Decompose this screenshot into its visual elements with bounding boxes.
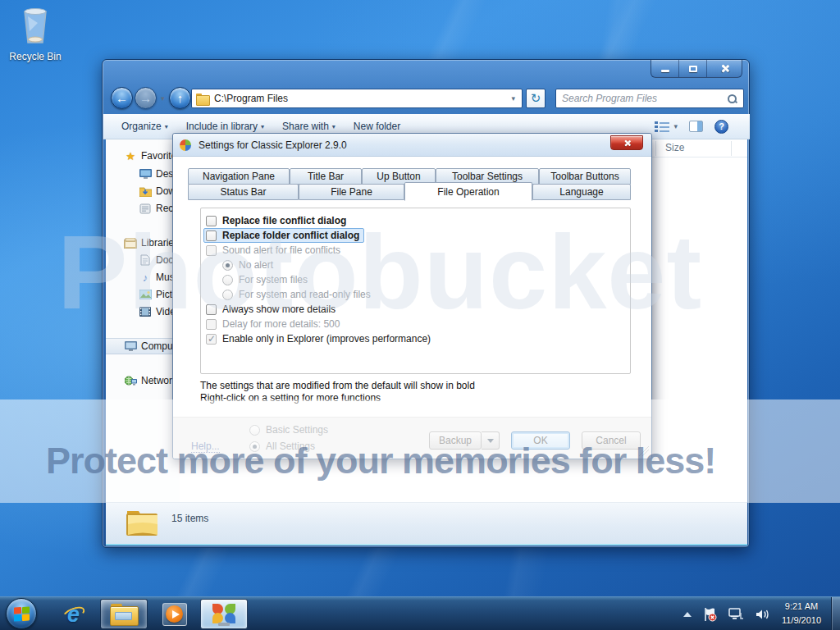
recycle-bin-label: Recycle Bin (7, 51, 64, 62)
tab-title-bar[interactable]: Title Bar (290, 168, 362, 185)
sidebar-item-videos[interactable]: Videos (106, 304, 180, 320)
minimize-button[interactable] (651, 60, 679, 77)
resize-grip[interactable] (639, 446, 649, 456)
address-dropdown-chevron[interactable]: ▾ (511, 94, 515, 103)
music-icon: ♪ (139, 271, 152, 284)
sidebar-item-music[interactable]: ♪ Music (106, 269, 180, 285)
sidebar-item-downloads[interactable]: Downloads (106, 183, 180, 199)
address-bar[interactable]: C:\Program Files ▾ (191, 89, 523, 108)
action-center-icon[interactable] (702, 607, 717, 622)
taskbar-internet-explorer[interactable]: e (56, 599, 92, 629)
tab-status-bar[interactable]: Status Bar (188, 184, 299, 200)
search-input[interactable] (562, 93, 728, 104)
checkbox-checked[interactable] (206, 334, 217, 345)
sidebar-item-libraries[interactable]: Libraries (106, 235, 180, 251)
setting-label: Enable only in Explorer (improves perfor… (222, 333, 431, 345)
views-button[interactable]: ▾ (655, 121, 678, 132)
sidebar-item-pictures[interactable]: Pictures (106, 286, 180, 303)
help-button[interactable]: ? (714, 120, 728, 134)
network-icon (124, 374, 137, 387)
dialog-note-1: The settings that are modified from the … (200, 380, 475, 391)
tab-language[interactable]: Language (532, 184, 631, 200)
backup-button[interactable]: Backup (429, 431, 482, 450)
refresh-icon: ↻ (531, 91, 541, 106)
new-folder-button[interactable]: New folder (354, 121, 400, 132)
network-tray-icon[interactable] (728, 608, 744, 621)
close-button[interactable] (707, 60, 742, 77)
backup-dropdown-button[interactable] (482, 431, 500, 450)
include-label: Include in library (186, 121, 258, 132)
tab-file-operation[interactable]: File Operation (404, 182, 532, 201)
up-button[interactable]: ↑ (169, 87, 191, 109)
history-dropdown-chevron[interactable]: ▾ (161, 94, 165, 103)
include-in-library-menu[interactable]: Include in library ▾ (186, 121, 264, 132)
radio-selected[interactable] (249, 441, 260, 452)
column-separator[interactable] (731, 141, 732, 156)
help-link[interactable]: Help... (191, 441, 220, 453)
setting-no-alert[interactable]: No alert (222, 258, 273, 272)
sidebar-item-recent-places[interactable]: Recent Places (106, 200, 180, 217)
taskbar-windows-explorer[interactable] (100, 599, 148, 629)
ok-button[interactable]: OK (511, 431, 570, 450)
forward-button[interactable]: → (135, 87, 157, 109)
chevron-down-icon: ▾ (165, 123, 168, 130)
refresh-button[interactable]: ↻ (526, 89, 546, 108)
share-with-menu[interactable]: Share with ▾ (282, 121, 336, 132)
system-tray (683, 597, 771, 630)
show-desktop-button[interactable] (831, 597, 840, 630)
sidebar-item-documents[interactable]: Documents (106, 252, 180, 268)
setting-replace-folder-conflict[interactable]: Replace folder conflict dialog (206, 228, 364, 243)
chevron-down-icon: ▾ (332, 123, 336, 130)
back-button[interactable]: ← (111, 87, 133, 109)
column-separator[interactable] (655, 141, 656, 156)
recycle-bin[interactable]: Recycle Bin (7, 7, 64, 62)
search-icon[interactable] (728, 94, 737, 103)
setting-sound-alert[interactable]: Sound alert for file conflicts (206, 243, 340, 258)
column-size[interactable]: Size (665, 142, 684, 153)
classic-shell-icon (212, 603, 236, 626)
address-folder-icon (196, 94, 209, 104)
search-box (555, 89, 744, 108)
sidebar-item-favorites[interactable]: ★ Favorites (106, 148, 180, 164)
setting-delay-details[interactable]: Delay for more details: 500 (206, 317, 340, 331)
taskbar-classic-shell[interactable] (200, 599, 248, 629)
start-button[interactable] (6, 598, 37, 629)
setting-always-show-details[interactable]: Always show more details (206, 302, 336, 317)
checkbox-unchecked[interactable] (206, 216, 217, 226)
checkbox-disabled (206, 319, 217, 330)
checkbox-unchecked[interactable] (206, 304, 217, 315)
sidebar-item-desktop[interactable]: Desktop (106, 166, 180, 182)
setting-for-system-files[interactable]: For system files (222, 272, 308, 287)
focused-setting[interactable]: Replace folder conflict dialog (203, 228, 364, 243)
settings-dialog: Settings for Classic Explorer 2.9.0 Navi… (172, 133, 652, 459)
taskbar-media-player[interactable] (156, 599, 194, 629)
window-caption-buttons (651, 60, 742, 78)
checkbox-unchecked[interactable] (206, 231, 217, 241)
cancel-label: Cancel (596, 435, 626, 446)
show-hidden-icons-chevron[interactable] (683, 612, 692, 617)
classic-shell-icon (179, 139, 192, 152)
tab-file-pane[interactable]: File Pane (299, 184, 404, 200)
dialog-close-button[interactable] (610, 135, 643, 150)
dialog-titlebar[interactable]: Settings for Classic Explorer 2.9.0 (173, 134, 651, 157)
preview-pane-button[interactable] (689, 121, 703, 132)
cancel-button[interactable]: Cancel (582, 431, 641, 450)
setting-label: Delay for more details: 500 (222, 318, 340, 330)
setting-enable-only-explorer[interactable]: Enable only in Explorer (improves perfor… (206, 331, 431, 346)
maximize-button[interactable] (679, 60, 707, 77)
tab-label: Up Button (377, 171, 420, 182)
basic-settings-label: Basic Settings (266, 424, 328, 436)
tab-navigation-pane[interactable]: Navigation Pane (188, 168, 290, 185)
radio-unselected[interactable] (249, 425, 260, 436)
volume-tray-icon[interactable] (755, 608, 771, 621)
all-settings-radio[interactable]: All Settings (249, 441, 315, 452)
basic-settings-radio[interactable]: Basic Settings (249, 424, 328, 436)
setting-replace-file-conflict[interactable]: Replace file conflict dialog (206, 213, 346, 228)
back-arrow-icon: ← (116, 91, 128, 105)
taskbar-clock[interactable]: 9:21 AM 11/9/2010 (774, 600, 829, 628)
sidebar-item-network[interactable]: Network (106, 372, 180, 389)
setting-for-system-readonly[interactable]: For system and read-only files (222, 287, 371, 302)
tab-toolbar-buttons[interactable]: Toolbar Buttons (539, 168, 631, 185)
organize-menu[interactable]: Organize ▾ (121, 121, 168, 132)
sidebar-item-computer[interactable]: Computer (106, 338, 180, 354)
